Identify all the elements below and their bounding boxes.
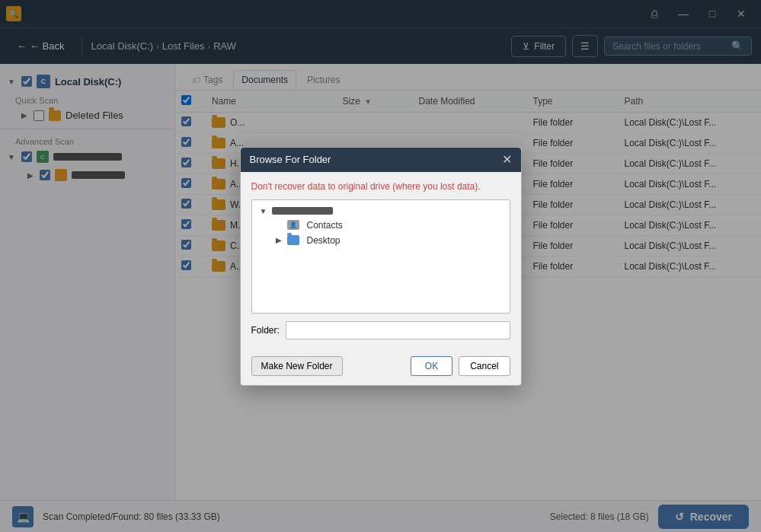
modal-title: Browse For Folder	[250, 154, 331, 165]
contacts-icon: 👤	[287, 220, 299, 230]
make-folder-button[interactable]: Make New Folder	[251, 356, 343, 376]
modal-close-button[interactable]: ✕	[502, 154, 512, 166]
tree-root-label-redacted	[272, 207, 333, 215]
tree-root-chevron: ▼	[260, 207, 267, 215]
modal-ok-button[interactable]: OK	[411, 356, 452, 376]
tree-item-desktop[interactable]: ▶ Desktop	[257, 233, 505, 248]
tree-contacts-chevron	[275, 221, 283, 229]
desktop-folder-icon	[287, 235, 299, 245]
folder-label: Folder:	[251, 325, 280, 336]
modal-cancel-button[interactable]: Cancel	[459, 356, 510, 376]
modal-overlay: Browse For Folder ✕ Don't recover data t…	[0, 0, 761, 532]
tree-desktop-label: Desktop	[307, 235, 341, 246]
modal-footer: Make New Folder OK Cancel	[241, 356, 521, 385]
modal-titlebar: Browse For Folder ✕	[241, 148, 521, 172]
tree-root-item[interactable]: ▼	[257, 205, 505, 218]
modal-body: Don't recover data to original drive (wh…	[241, 172, 521, 356]
browse-folder-modal: Browse For Folder ✕ Don't recover data t…	[240, 147, 522, 386]
folder-tree[interactable]: ▼ 👤 Contacts ▶ Desktop	[251, 199, 510, 314]
tree-item-contacts[interactable]: 👤 Contacts	[257, 218, 505, 233]
folder-input[interactable]	[286, 321, 510, 339]
folder-label-row: Folder:	[251, 321, 510, 339]
modal-warning: Don't recover data to original drive (wh…	[251, 181, 510, 192]
tree-contacts-label: Contacts	[307, 220, 343, 231]
tree-desktop-chevron: ▶	[275, 236, 283, 244]
